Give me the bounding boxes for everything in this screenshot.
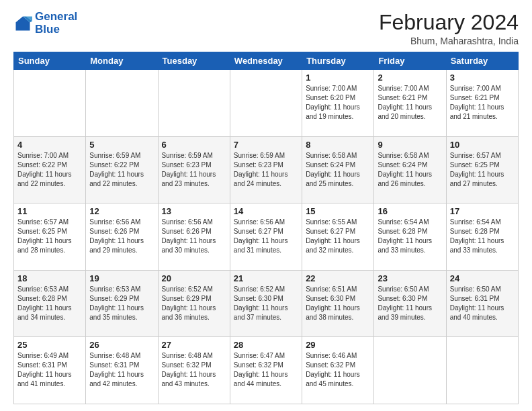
day-info: Sunrise: 6:47 AM Sunset: 6:32 PM Dayligh… — [234, 351, 298, 389]
day-info: Sunrise: 7:00 AM Sunset: 6:22 PM Dayligh… — [17, 151, 82, 189]
day-number: 25 — [17, 340, 82, 350]
day-number: 29 — [306, 340, 370, 350]
calendar-cell: 1Sunrise: 7:00 AM Sunset: 6:20 PM Daylig… — [302, 70, 374, 137]
title-section: February 2024 Bhum, Maharashtra, India — [379, 11, 519, 46]
day-info: Sunrise: 6:59 AM Sunset: 6:23 PM Dayligh… — [234, 151, 298, 189]
day-info: Sunrise: 6:56 AM Sunset: 6:27 PM Dayligh… — [234, 218, 298, 255]
day-info: Sunrise: 6:50 AM Sunset: 6:30 PM Dayligh… — [378, 285, 442, 322]
calendar-cell — [158, 70, 230, 137]
calendar-cell: 27Sunrise: 6:48 AM Sunset: 6:32 PM Dayli… — [158, 337, 230, 404]
day-info: Sunrise: 6:51 AM Sunset: 6:30 PM Dayligh… — [306, 285, 370, 322]
calendar-cell: 29Sunrise: 6:46 AM Sunset: 6:32 PM Dayli… — [302, 337, 374, 404]
day-info: Sunrise: 6:59 AM Sunset: 6:23 PM Dayligh… — [162, 151, 226, 189]
calendar-cell: 19Sunrise: 6:53 AM Sunset: 6:29 PM Dayli… — [86, 270, 158, 337]
day-info: Sunrise: 7:00 AM Sunset: 6:21 PM Dayligh… — [450, 84, 515, 122]
calendar-cell — [86, 70, 158, 137]
calendar-cell: 24Sunrise: 6:50 AM Sunset: 6:31 PM Dayli… — [446, 270, 518, 337]
day-number: 8 — [306, 140, 370, 150]
day-info: Sunrise: 6:53 AM Sunset: 6:28 PM Dayligh… — [17, 285, 82, 322]
day-number: 15 — [306, 206, 370, 216]
day-number: 24 — [450, 273, 515, 283]
calendar-body: 1Sunrise: 7:00 AM Sunset: 6:20 PM Daylig… — [14, 70, 519, 404]
day-info: Sunrise: 6:49 AM Sunset: 6:31 PM Dayligh… — [17, 351, 82, 389]
subtitle: Bhum, Maharashtra, India — [379, 36, 519, 46]
day-info: Sunrise: 6:59 AM Sunset: 6:22 PM Dayligh… — [89, 151, 154, 189]
day-number: 26 — [89, 340, 154, 350]
day-info: Sunrise: 6:48 AM Sunset: 6:31 PM Dayligh… — [89, 351, 154, 389]
day-info: Sunrise: 6:56 AM Sunset: 6:26 PM Dayligh… — [89, 218, 154, 255]
logo: General Blue — [13, 11, 77, 36]
calendar-cell: 14Sunrise: 6:56 AM Sunset: 6:27 PM Dayli… — [230, 203, 302, 271]
day-info: Sunrise: 6:57 AM Sunset: 6:25 PM Dayligh… — [450, 151, 515, 189]
calendar-header-saturday: Saturday — [446, 52, 518, 70]
calendar-week-4: 18Sunrise: 6:53 AM Sunset: 6:28 PM Dayli… — [14, 270, 519, 337]
day-number: 1 — [306, 73, 370, 83]
day-info: Sunrise: 6:56 AM Sunset: 6:26 PM Dayligh… — [162, 218, 226, 255]
day-number: 20 — [162, 273, 226, 283]
calendar-cell — [14, 70, 86, 137]
calendar-cell: 12Sunrise: 6:56 AM Sunset: 6:26 PM Dayli… — [86, 203, 158, 271]
calendar-cell: 20Sunrise: 6:52 AM Sunset: 6:29 PM Dayli… — [158, 270, 230, 337]
day-number: 18 — [17, 273, 82, 283]
calendar-cell: 28Sunrise: 6:47 AM Sunset: 6:32 PM Dayli… — [230, 337, 302, 404]
page: General Blue February 2024 Bhum, Maharas… — [0, 0, 532, 411]
calendar-cell: 13Sunrise: 6:56 AM Sunset: 6:26 PM Dayli… — [158, 203, 230, 271]
calendar-cell — [446, 337, 518, 404]
calendar-header-thursday: Thursday — [302, 52, 374, 70]
calendar-cell: 15Sunrise: 6:55 AM Sunset: 6:27 PM Dayli… — [302, 203, 374, 271]
day-number: 28 — [234, 340, 298, 350]
day-info: Sunrise: 6:52 AM Sunset: 6:29 PM Dayligh… — [162, 285, 226, 322]
day-info: Sunrise: 7:00 AM Sunset: 6:20 PM Dayligh… — [306, 84, 370, 122]
calendar-header-friday: Friday — [374, 52, 446, 70]
calendar-cell: 4Sunrise: 7:00 AM Sunset: 6:22 PM Daylig… — [14, 136, 86, 203]
calendar-header-monday: Monday — [86, 52, 158, 70]
day-info: Sunrise: 6:58 AM Sunset: 6:24 PM Dayligh… — [378, 151, 442, 189]
logo-general: General — [35, 11, 77, 24]
day-info: Sunrise: 6:54 AM Sunset: 6:28 PM Dayligh… — [378, 218, 442, 255]
logo-blue: Blue — [35, 24, 77, 36]
calendar: SundayMondayTuesdayWednesdayThursdayFrid… — [13, 52, 519, 404]
day-number: 19 — [89, 273, 154, 283]
calendar-week-1: 1Sunrise: 7:00 AM Sunset: 6:20 PM Daylig… — [14, 70, 519, 137]
day-info: Sunrise: 6:58 AM Sunset: 6:24 PM Dayligh… — [306, 151, 370, 189]
calendar-week-5: 25Sunrise: 6:49 AM Sunset: 6:31 PM Dayli… — [14, 337, 519, 404]
day-number: 11 — [17, 206, 82, 216]
day-info: Sunrise: 6:52 AM Sunset: 6:30 PM Dayligh… — [234, 285, 298, 322]
day-number: 22 — [306, 273, 370, 283]
day-number: 27 — [162, 340, 226, 350]
calendar-cell: 17Sunrise: 6:54 AM Sunset: 6:28 PM Dayli… — [446, 203, 518, 271]
calendar-cell: 5Sunrise: 6:59 AM Sunset: 6:22 PM Daylig… — [86, 136, 158, 203]
day-number: 13 — [162, 206, 226, 216]
calendar-cell: 16Sunrise: 6:54 AM Sunset: 6:28 PM Dayli… — [374, 203, 446, 271]
calendar-cell: 11Sunrise: 6:57 AM Sunset: 6:25 PM Dayli… — [14, 203, 86, 271]
calendar-cell — [230, 70, 302, 137]
calendar-cell: 6Sunrise: 6:59 AM Sunset: 6:23 PM Daylig… — [158, 136, 230, 203]
day-info: Sunrise: 6:54 AM Sunset: 6:28 PM Dayligh… — [450, 218, 515, 255]
calendar-cell: 18Sunrise: 6:53 AM Sunset: 6:28 PM Dayli… — [14, 270, 86, 337]
day-info: Sunrise: 6:46 AM Sunset: 6:32 PM Dayligh… — [306, 351, 370, 389]
day-number: 3 — [450, 73, 515, 83]
calendar-cell: 26Sunrise: 6:48 AM Sunset: 6:31 PM Dayli… — [86, 337, 158, 404]
calendar-header-sunday: Sunday — [14, 52, 86, 70]
calendar-cell — [374, 337, 446, 404]
day-info: Sunrise: 7:00 AM Sunset: 6:21 PM Dayligh… — [378, 84, 442, 122]
day-info: Sunrise: 6:55 AM Sunset: 6:27 PM Dayligh… — [306, 218, 370, 255]
day-info: Sunrise: 6:53 AM Sunset: 6:29 PM Dayligh… — [89, 285, 154, 322]
logo-text: General Blue — [35, 11, 77, 36]
day-info: Sunrise: 6:57 AM Sunset: 6:25 PM Dayligh… — [17, 218, 82, 255]
top-section: General Blue February 2024 Bhum, Maharas… — [13, 11, 519, 46]
calendar-cell: 23Sunrise: 6:50 AM Sunset: 6:30 PM Dayli… — [374, 270, 446, 337]
calendar-header-wednesday: Wednesday — [230, 52, 302, 70]
main-title: February 2024 — [379, 11, 519, 34]
day-number: 17 — [450, 206, 515, 216]
day-number: 14 — [234, 206, 298, 216]
day-number: 23 — [378, 273, 442, 283]
day-number: 5 — [89, 140, 154, 150]
calendar-cell: 21Sunrise: 6:52 AM Sunset: 6:30 PM Dayli… — [230, 270, 302, 337]
day-info: Sunrise: 6:50 AM Sunset: 6:31 PM Dayligh… — [450, 285, 515, 322]
calendar-cell: 2Sunrise: 7:00 AM Sunset: 6:21 PM Daylig… — [374, 70, 446, 137]
calendar-header-row: SundayMondayTuesdayWednesdayThursdayFrid… — [14, 52, 519, 70]
calendar-header-tuesday: Tuesday — [158, 52, 230, 70]
day-number: 16 — [378, 206, 442, 216]
day-number: 12 — [89, 206, 154, 216]
